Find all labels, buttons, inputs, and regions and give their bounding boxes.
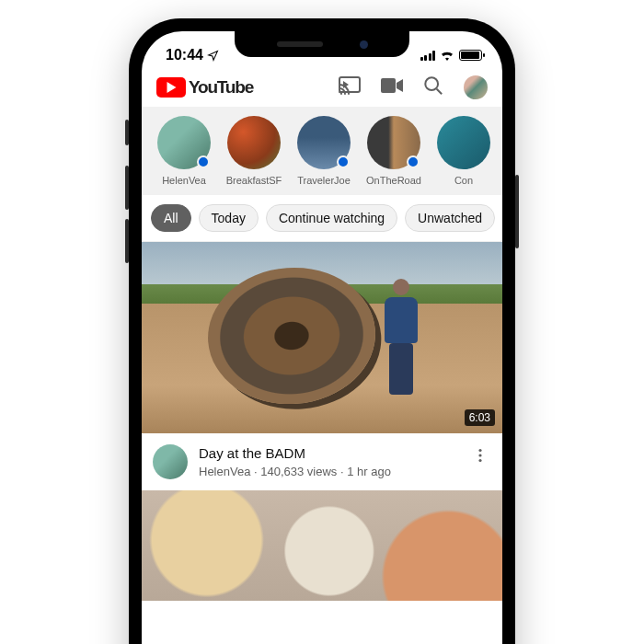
video-subtitle: HelenVea · 140,633 views · 1 hr ago <box>199 465 458 478</box>
new-indicator-icon <box>407 155 420 168</box>
mute-switch <box>125 120 129 145</box>
story-label: OnTheRoad <box>366 175 421 186</box>
youtube-wordmark: YouTube <box>189 77 253 98</box>
new-indicator-icon <box>197 155 210 168</box>
chip-today[interactable]: Today <box>199 204 259 232</box>
chip-all[interactable]: All <box>151 204 191 232</box>
video-meta-row: Day at the BADM HelenVea · 140,633 views… <box>142 433 502 490</box>
search-icon[interactable] <box>423 75 443 99</box>
screen: 10:44 YouTube <box>142 31 502 644</box>
speaker-grille <box>277 41 323 47</box>
volume-up-button <box>125 166 129 210</box>
location-icon <box>207 50 219 62</box>
story-label: HelenVea <box>162 175 206 186</box>
status-time: 10:44 <box>166 47 203 63</box>
story-label: TravelerJoe <box>297 175 351 186</box>
more-options-icon[interactable] <box>469 444 491 470</box>
wifi-icon <box>440 50 454 61</box>
video-thumbnail[interactable] <box>142 490 502 601</box>
svg-line-3 <box>437 89 443 95</box>
channel-avatar[interactable] <box>153 444 188 479</box>
story-avatar <box>297 116 351 169</box>
phone-frame: 10:44 YouTube <box>129 18 515 644</box>
chip-continue-watching[interactable]: Continue watching <box>266 204 397 232</box>
youtube-play-icon <box>156 77 186 98</box>
story-travelerjoe[interactable]: TravelerJoe <box>294 116 353 188</box>
chip-unwatched[interactable]: Unwatched <box>405 204 495 232</box>
video-title[interactable]: Day at the BADM <box>199 444 458 463</box>
svg-point-5 <box>478 454 481 456</box>
account-avatar[interactable] <box>464 75 488 99</box>
stories-strip[interactable]: HelenVea BreakfastSF TravelerJoe OnTheRo… <box>142 107 502 195</box>
power-button <box>515 175 519 248</box>
story-con[interactable]: Con <box>434 116 493 188</box>
youtube-logo[interactable]: YouTube <box>156 77 253 98</box>
video-duration-badge: 6:03 <box>465 409 495 426</box>
story-label: BreakfastSF <box>226 175 282 186</box>
story-avatar <box>157 116 211 169</box>
story-ontheroad[interactable]: OnTheRoad <box>364 116 423 188</box>
filter-chips-row[interactable]: All Today Continue watching Unwatched <box>142 195 502 242</box>
cellular-signal-icon <box>420 50 436 61</box>
new-indicator-icon <box>337 155 350 168</box>
story-avatar <box>437 116 490 169</box>
svg-point-2 <box>425 77 438 90</box>
thumbnail-art <box>381 279 421 398</box>
cast-icon[interactable] <box>339 76 361 98</box>
story-breakfastsf[interactable]: BreakfastSF <box>224 116 283 188</box>
volume-down-button <box>125 219 129 263</box>
video-thumbnail[interactable]: 6:03 <box>142 242 502 433</box>
front-camera <box>360 40 368 49</box>
story-avatar <box>367 116 420 169</box>
story-helenvea[interactable]: HelenVea <box>155 116 213 188</box>
video-card[interactable]: 6:03 Day at the BADM HelenVea · 140,633 … <box>142 242 502 490</box>
story-avatar <box>227 116 281 169</box>
svg-rect-1 <box>381 78 396 93</box>
svg-point-4 <box>478 449 481 452</box>
svg-point-6 <box>478 459 481 462</box>
notch <box>235 31 409 57</box>
story-label: Con <box>454 175 473 186</box>
thumbnail-art <box>203 262 380 409</box>
app-header: YouTube <box>142 70 502 107</box>
battery-icon <box>459 50 482 61</box>
record-video-icon[interactable] <box>381 78 403 97</box>
